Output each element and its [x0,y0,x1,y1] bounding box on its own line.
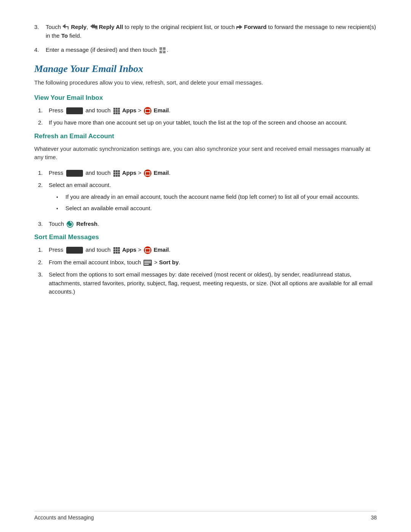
to-label: To [61,32,68,39]
email-app-icon-3 [144,246,151,254]
svg-marker-3 [236,25,242,29]
svg-rect-36 [113,252,115,254]
refresh-step-3-content: Touch Refresh. [49,220,377,228]
refresh-bullet-2: Select an available email account. [56,204,377,213]
page-content: 3. Touch Reply, Reply All to reply to th… [0,0,411,332]
view-inbox-section: View Your Email Inbox 1. Press and touch [34,94,377,127]
step-3: 3. Touch Reply, Reply All to reply to th… [34,23,377,40]
email-label-2: Email [154,169,169,176]
svg-rect-37 [116,252,118,254]
svg-rect-33 [113,249,115,251]
svg-marker-0 [62,24,68,29]
footer-right: 38 [371,514,377,521]
sort-step-3: 3. Select from the options to sort email… [38,270,377,296]
svg-rect-40 [144,261,151,262]
step-number-4: 4. [34,46,46,54]
forward-label: Forward [244,24,266,30]
refresh-step-1-num: 1. [38,169,49,177]
apps-grid-icon-3 [113,247,120,254]
refresh-step-2-num: 2. [38,181,49,190]
view-step-2-num: 2. [38,118,49,127]
step3-text1: to reply to the original recipient list,… [125,24,236,30]
refresh-circle-icon [66,220,74,228]
refresh-intro: Whatever your automatic synchronization … [34,145,377,162]
forward-icon [236,23,242,32]
refresh-list: 1. Press and touch [38,169,377,228]
send-icon: ✉ [159,47,166,54]
svg-rect-42 [144,264,149,265]
view-inbox-heading: View Your Email Inbox [34,94,377,102]
view-step-1-content: Press and touch [49,106,377,115]
sort-heading: Sort Email Messages [34,233,377,241]
svg-rect-34 [116,249,118,251]
svg-rect-12 [118,108,120,110]
manage-intro: The following procedures allow you to vi… [34,78,377,87]
sort-step-1: 1. Press and touch [38,246,377,254]
svg-rect-26 [116,175,118,177]
reply-label: Reply [71,24,86,30]
svg-rect-22 [113,173,115,174]
apps-grid-icon-1 [113,107,120,114]
view-step-1: 1. Press and touch [38,106,377,115]
refresh-label: Refresh [76,220,97,227]
svg-rect-24 [118,173,120,174]
refresh-step-2-content: Select an email account. If you are alre… [49,181,377,216]
sort-section: Sort Email Messages 1. Press and touch [34,233,377,296]
email-label-3: Email [154,246,169,253]
email-app-icon-2 [144,169,151,177]
refresh-step-3-num: 3. [38,220,49,228]
view-step-1-num: 1. [38,106,49,115]
sort-step-1-num: 1. [38,246,49,254]
sort-step-2: 2. From the email account Inbox, touch >… [38,258,377,267]
svg-rect-16 [113,112,115,114]
reply-all-icon [90,23,97,32]
step3-end: field. [69,32,81,39]
email-app-icon-1 [144,107,151,115]
reply-icon [62,23,69,32]
view-inbox-list: 1. Press and touch [38,106,377,127]
svg-rect-21 [118,170,120,172]
svg-rect-38 [118,252,120,254]
svg-rect-31 [116,247,118,249]
svg-rect-10 [113,108,115,110]
step-3-content: Touch Reply, Reply All to reply to the o… [46,23,377,40]
home-button-icon [66,107,83,114]
home-button-icon-3 [66,247,83,254]
refresh-heading: Refresh an Email Account [34,133,377,140]
refresh-step-1: 1. Press and touch [38,169,377,177]
step-number-3: 3. [34,23,46,32]
intro-steps: 3. Touch Reply, Reply All to reply to th… [34,23,377,54]
svg-text:✉: ✉ [161,49,164,53]
apps-label-3: Apps [122,246,137,253]
svg-rect-13 [113,110,115,112]
svg-rect-41 [144,262,151,263]
apps-grid-icon-2 [113,170,120,177]
refresh-bullet-list: If you are already in an email account, … [56,193,377,213]
refresh-bullet-1: If you are already in an email account, … [56,193,377,201]
page-footer: Accounts and Messaging 38 [34,511,377,521]
reply-all-label: Reply All [99,24,123,30]
svg-rect-15 [118,110,120,112]
sort-step-2-num: 2. [38,258,49,267]
manage-title: Manage Your Email Inbox [34,63,377,75]
sort-step-3-num: 3. [38,270,49,279]
svg-rect-35 [118,249,120,251]
svg-rect-11 [116,108,118,110]
step-4-content: Enter a message (if desired) and then to… [46,46,377,54]
svg-rect-20 [116,170,118,172]
svg-rect-19 [113,170,115,172]
svg-rect-27 [118,175,120,177]
sort-by-label: Sort by [159,259,179,265]
sort-step-3-content: Select from the options to sort email me… [49,270,377,296]
sort-menu-icon [143,260,152,266]
apps-label-1: Apps [122,107,137,113]
refresh-step-1-content: Press and touch [49,169,377,177]
view-step-2: 2. If you have more than one account set… [38,118,377,127]
svg-rect-25 [113,175,115,177]
svg-rect-18 [118,112,120,114]
svg-rect-32 [118,247,120,249]
refresh-section: Refresh an Email Account Whatever your a… [34,133,377,228]
home-button-icon-2 [66,170,83,177]
sort-step-1-content: Press and touch [49,246,377,254]
sort-step-2-content: From the email account Inbox, touch > So… [49,258,377,267]
